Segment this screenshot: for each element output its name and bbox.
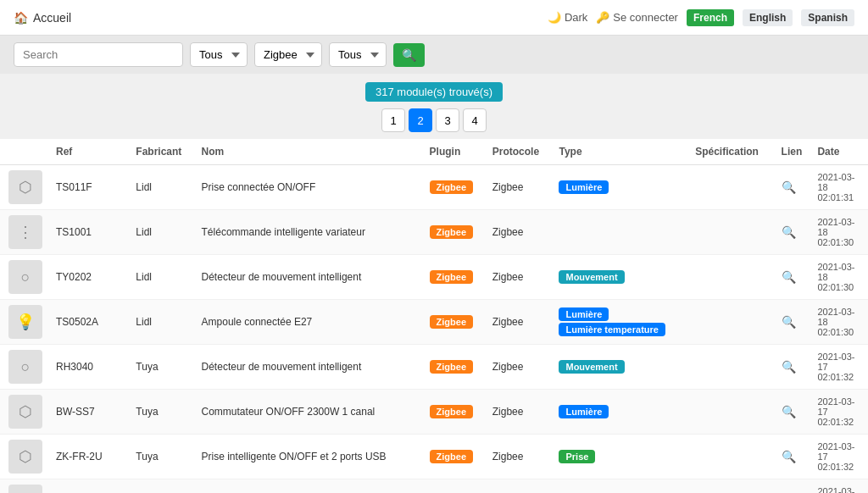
device-image-cell: ⬡ (0, 390, 51, 435)
plugin-badge: Zigbee (430, 270, 473, 284)
navbar: 🏠 Accueil 🌙 Dark 🔑 Se connecter French E… (0, 0, 868, 36)
detail-search-button[interactable]: 🔍 (782, 270, 796, 284)
type-cell: Lumière (554, 390, 690, 435)
filter-tous-2[interactable]: Tous (329, 42, 387, 67)
filter-tous-1[interactable]: Tous (190, 42, 248, 67)
login-label: Se connecter (613, 11, 678, 24)
specification-cell (690, 479, 776, 494)
ref-cell: TS0502A (51, 300, 131, 345)
page-2-button[interactable]: 2 (409, 108, 432, 132)
nom-cell: Commutateur intelligent ON/OFF (197, 479, 425, 494)
modules-table: Ref Fabricant Nom Plugin Protocole Type … (0, 139, 868, 493)
dark-label: Dark (565, 11, 587, 24)
result-badge: 317 module(s) trouvé(s) (365, 82, 503, 102)
fabricant-cell: Tuya (131, 479, 196, 494)
detail-search-button[interactable]: 🔍 (782, 315, 796, 329)
specification-cell (690, 345, 776, 390)
page-4-button[interactable]: 4 (463, 108, 487, 132)
type-badge: Prise (559, 450, 595, 463)
type-badge: Lumière (559, 307, 609, 321)
page-1-button[interactable]: 1 (381, 108, 405, 132)
nom-cell: Prise intelligente ON/OFF et 2 ports USB (197, 435, 425, 479)
detail-search-button[interactable]: 🔍 (782, 450, 796, 463)
nom-cell: Prise connectée ON/OFF (197, 165, 425, 210)
protocole-cell: Zigbee (487, 390, 554, 435)
pagination: 1 2 3 4 (0, 108, 868, 132)
date-cell: 2021-03-1802:01:30 (812, 255, 868, 300)
lien-cell: 🔍 (776, 255, 813, 300)
table-row: ⬡ BW-SS7 Tuya Commutateur ON/OFF 2300W 1… (0, 390, 868, 435)
plugin-badge: Zigbee (430, 180, 473, 194)
nom-cell: Commutateur ON/OFF 2300W 1 canal (197, 390, 425, 435)
home-icon: 🏠 (14, 11, 28, 25)
device-icon: 💡 (8, 305, 42, 339)
table-row: ⬡ TS011F Lidl Prise connectée ON/OFF Zig… (0, 165, 868, 210)
protocole-cell: Zigbee (487, 300, 554, 345)
home-label: Accueil (33, 11, 71, 25)
search-input[interactable] (14, 42, 183, 67)
date-cell: 2021-03-1702:01:32 (812, 479, 868, 494)
fabricant-cell: Lidl (131, 165, 196, 210)
filter-zigbee[interactable]: Zigbee (254, 42, 322, 67)
lien-cell: 🔍 (776, 300, 813, 345)
detail-search-button[interactable]: 🔍 (782, 225, 796, 239)
plugin-cell: Zigbee (425, 390, 487, 435)
type-badge: Lumière (559, 180, 609, 194)
type-cell: Lumière (554, 479, 690, 494)
plugin-badge: Zigbee (430, 450, 473, 463)
navbar-home[interactable]: 🏠 Accueil (14, 11, 71, 25)
device-image-cell: ⋮ (0, 210, 51, 255)
detail-search-button[interactable]: 🔍 (782, 360, 796, 374)
lien-cell: 🔍 (776, 210, 813, 255)
table-row: 💡 TS0502A Lidl Ampoule connectée E27 Zig… (0, 300, 868, 345)
device-icon: ⬡ (8, 485, 42, 493)
table-header-row: Ref Fabricant Nom Plugin Protocole Type … (0, 139, 868, 165)
specification-cell (690, 255, 776, 300)
ref-cell: TY0202 (51, 255, 131, 300)
type-badge: Mouvement (559, 270, 624, 284)
specification-cell (690, 300, 776, 345)
device-icon: ⋮ (8, 215, 42, 249)
dark-mode-button[interactable]: 🌙 Dark (548, 11, 587, 24)
page-3-button[interactable]: 3 (436, 108, 459, 132)
plugin-badge: Zigbee (430, 405, 473, 418)
fabricant-cell: Lidl (131, 255, 196, 300)
protocole-cell: Zigbee (487, 255, 554, 300)
specification-cell (690, 210, 776, 255)
lien-cell: 🔍 (776, 390, 813, 435)
lang-english-button[interactable]: English (743, 9, 793, 26)
detail-search-button[interactable]: 🔍 (782, 405, 796, 418)
plugin-cell: Zigbee (425, 435, 487, 479)
device-image-cell: ○ (0, 345, 51, 390)
lang-french-button[interactable]: French (687, 9, 734, 26)
col-plugin: Plugin (425, 139, 487, 165)
lang-spanish-button[interactable]: Spanish (801, 9, 854, 26)
fabricant-cell: Tuya (131, 435, 196, 479)
type-cell (554, 210, 690, 255)
specification-cell (690, 165, 776, 210)
plugin-cell: Zigbee (425, 210, 487, 255)
search-icon: 🔍 (402, 48, 416, 62)
ref-cell: RH3040 (51, 345, 131, 390)
login-button[interactable]: 🔑 Se connecter (596, 11, 678, 24)
plugin-cell: Zigbee (425, 479, 487, 494)
table-container: Ref Fabricant Nom Plugin Protocole Type … (0, 139, 868, 493)
ref-cell: BW-SS7 (51, 390, 131, 435)
date-cell: 2021-03-1702:01:32 (812, 345, 868, 390)
date-cell: 2021-03-1802:01:30 (812, 210, 868, 255)
col-fabricant: Fabricant (131, 139, 196, 165)
detail-search-button[interactable]: 🔍 (782, 180, 796, 194)
nom-cell: Détecteur de mouvement intelligent (197, 345, 425, 390)
specification-cell (690, 390, 776, 435)
ref-cell: TS011F (51, 165, 131, 210)
search-bar: Tous Zigbee Tous 🔍 (0, 36, 868, 74)
search-button[interactable]: 🔍 (393, 43, 425, 67)
ref-cell: ZK-FR-2U (51, 435, 131, 479)
col-ref: Ref (51, 139, 131, 165)
protocole-cell: Zigbee (487, 165, 554, 210)
lien-cell: 🔍 (776, 165, 813, 210)
type-badge: Lumière (559, 405, 609, 418)
plugin-badge: Zigbee (430, 360, 473, 374)
table-row: ⋮ TS1001 Lidl Télécommande intelligente … (0, 210, 868, 255)
type-badge: Lumière temperature (559, 323, 665, 336)
